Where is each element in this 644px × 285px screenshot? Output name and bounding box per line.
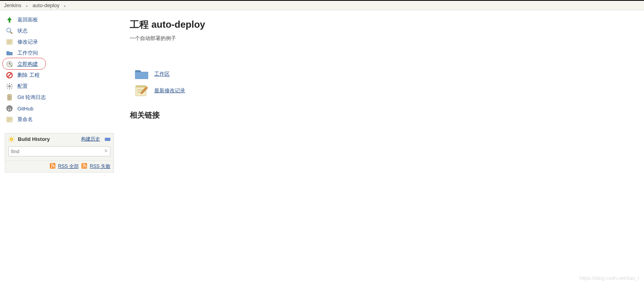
sidebar-item-rename[interactable]: 重命名 — [0, 114, 119, 125]
sidebar: 返回面板 状态 修改记录 工作空间 — [0, 10, 119, 173]
clear-icon[interactable]: ✕ — [104, 148, 108, 154]
rss-fail-link[interactable]: RSS 失败 — [90, 163, 110, 169]
folder-icon — [134, 67, 149, 81]
svg-point-42 — [83, 167, 84, 168]
rss-icon — [81, 163, 87, 169]
main-links: 工作区 最新修改记录 — [130, 66, 633, 99]
sidebar-item-configure[interactable]: 配置 — [0, 81, 119, 92]
svg-rect-14 — [6, 86, 8, 87]
breadcrumb-jenkins[interactable]: Jenkins — [4, 2, 21, 8]
sidebar-item-label[interactable]: GitHub — [17, 106, 33, 112]
breadcrumb: Jenkins ▸ auto-deploy ▸ — [0, 1, 644, 10]
rss-all-link[interactable]: RSS 全部 — [58, 163, 79, 169]
page-title: 工程 auto-deploy — [130, 18, 633, 31]
arrow-up-icon — [6, 16, 13, 24]
svg-line-37 — [9, 141, 10, 142]
svg-line-1 — [10, 32, 12, 34]
sidebar-item-label[interactable]: Git 轮询日志 — [17, 94, 46, 101]
svg-point-0 — [7, 28, 11, 32]
build-history-search-input[interactable] — [8, 146, 110, 156]
sidebar-item-status[interactable]: 状态 — [0, 25, 119, 36]
svg-line-10 — [8, 74, 11, 77]
main-link-recent-changes[interactable]: 最新修改记录 — [130, 82, 633, 99]
chevron-right-icon: ▸ — [23, 4, 31, 8]
svg-rect-16 — [7, 84, 8, 86]
task-list: 返回面板 状态 修改记录 工作空间 — [0, 14, 119, 125]
sidebar-item-github[interactable]: GitHub — [0, 103, 119, 114]
related-links-heading: 相关链接 — [130, 110, 633, 120]
svg-point-30 — [10, 138, 13, 141]
sidebar-item-label[interactable]: 删除 工程 — [17, 72, 40, 79]
build-history-panel: Build History 构建历史 ✕ RSS 全部 RSS 失 — [5, 133, 114, 173]
clock-play-icon — [6, 60, 13, 68]
main-link-label[interactable]: 最新修改记录 — [154, 87, 185, 94]
clipboard-icon — [6, 93, 13, 101]
chevron-right-icon: ▸ — [61, 4, 69, 8]
sidebar-item-build-now[interactable]: 立即构建 — [0, 59, 119, 70]
notepad-icon — [6, 38, 13, 46]
sidebar-item-label[interactable]: 工作空间 — [17, 49, 38, 57]
svg-rect-18 — [7, 87, 8, 89]
sidebar-item-workspace[interactable]: 工作空间 — [0, 48, 119, 59]
sidebar-item-back[interactable]: 返回面板 — [0, 14, 119, 25]
svg-point-11 — [8, 85, 11, 87]
svg-rect-19 — [11, 87, 12, 89]
svg-rect-12 — [9, 83, 10, 84]
sun-icon — [8, 136, 15, 142]
notepad-pencil-icon — [134, 84, 149, 97]
svg-rect-44 — [136, 86, 146, 87]
magnifier-icon — [6, 27, 13, 35]
rss-icon — [50, 163, 55, 169]
svg-rect-20 — [8, 95, 11, 100]
sidebar-item-git-polling[interactable]: Git 轮询日志 — [0, 92, 119, 103]
forbidden-icon — [6, 71, 13, 79]
sidebar-item-delete[interactable]: 删除 工程 — [0, 70, 119, 81]
svg-rect-17 — [11, 84, 12, 86]
main-link-label[interactable]: 工作区 — [154, 70, 170, 78]
sidebar-item-label[interactable]: 状态 — [17, 27, 28, 34]
svg-point-25 — [6, 105, 13, 112]
svg-line-36 — [13, 141, 14, 142]
main-panel: 工程 auto-deploy 一个自动部署的例子 工作区 最新修改记录 相关链接 — [119, 10, 644, 128]
sidebar-item-changes[interactable]: 修改记录 — [0, 36, 119, 48]
breadcrumb-project[interactable]: auto-deploy — [32, 2, 59, 8]
svg-point-40 — [51, 167, 52, 168]
notepad-icon — [6, 116, 13, 124]
svg-line-35 — [9, 137, 10, 138]
svg-rect-13 — [9, 88, 10, 89]
svg-rect-21 — [8, 94, 11, 95]
sidebar-item-label[interactable]: 重命名 — [17, 116, 33, 123]
sidebar-item-label[interactable]: 配置 — [17, 83, 28, 90]
folder-icon — [6, 49, 13, 57]
project-description: 一个自动部署的例子 — [130, 35, 633, 42]
svg-rect-15 — [11, 86, 13, 87]
sidebar-item-label[interactable]: 返回面板 — [17, 16, 38, 23]
main-link-workspace[interactable]: 工作区 — [130, 66, 633, 82]
trend-icon — [105, 138, 110, 141]
build-history-title: Build History — [18, 136, 50, 142]
sidebar-item-label[interactable]: 修改记录 — [17, 38, 38, 46]
github-icon — [6, 104, 13, 112]
gear-icon — [6, 82, 13, 90]
svg-line-38 — [13, 137, 14, 138]
build-history-trend-link[interactable]: 构建历史 — [81, 136, 100, 142]
sidebar-item-label[interactable]: 立即构建 — [17, 61, 38, 68]
